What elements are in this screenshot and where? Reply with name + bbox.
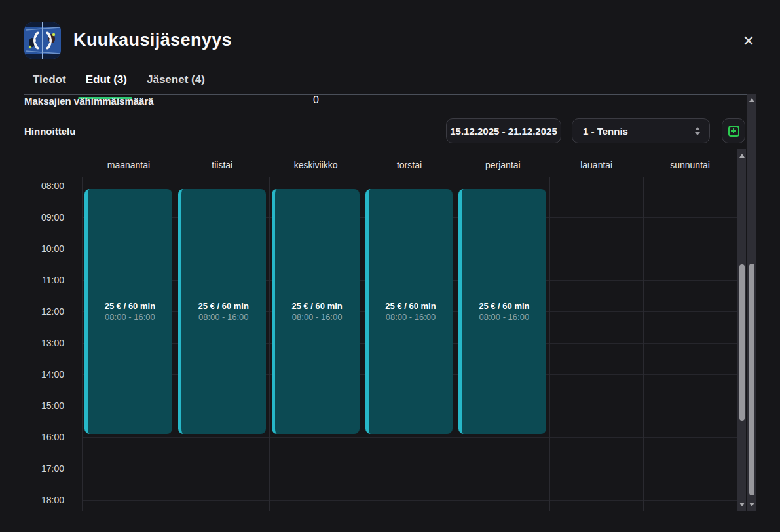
event-price: 25 € / 60 min xyxy=(385,301,436,311)
select-chevron-icon xyxy=(695,127,700,135)
tab-jäsenet-4[interactable]: Jäsenet (4) xyxy=(147,73,205,96)
event-time: 08:00 - 16:00 xyxy=(479,312,530,322)
tab-bar: TiedotEdut (3)Jäsenet (4) xyxy=(33,73,205,96)
membership-modal: Kuukausijäsenyys ✕ TiedotEdut (3)Jäsenet… xyxy=(0,0,780,532)
day-header-maanantai: maanantai xyxy=(82,160,176,170)
column-gridline xyxy=(269,177,270,511)
day-header-sunnuntai: sunnuntai xyxy=(643,160,737,170)
pricing-section-label: Hinnoittelu xyxy=(24,126,75,137)
time-label: 08:00 xyxy=(20,179,64,192)
resource-select-value: 1 - Tennis xyxy=(583,126,695,137)
date-range-button[interactable]: 15.12.2025 - 21.12.2025 xyxy=(446,118,561,143)
outer-scrollbar[interactable] xyxy=(747,94,756,511)
event-time: 08:00 - 16:00 xyxy=(105,312,155,322)
day-header-tiistai: tiistai xyxy=(176,160,269,170)
time-label: 09:00 xyxy=(20,211,64,224)
time-label: 15:00 xyxy=(20,399,64,412)
membership-logo xyxy=(24,22,61,59)
time-label: 16:00 xyxy=(20,431,64,444)
close-icon[interactable]: ✕ xyxy=(737,30,760,52)
pricing-event[interactable]: 25 € / 60 min08:00 - 16:00 xyxy=(458,189,546,434)
scroll-down-arrow-icon[interactable] xyxy=(739,503,745,506)
hour-gridline xyxy=(82,469,737,469)
time-label: 14:00 xyxy=(20,368,64,381)
tabs-divider xyxy=(24,94,756,95)
event-price: 25 € / 60 min xyxy=(479,301,529,311)
column-gridline xyxy=(549,177,550,511)
calendar-scrollbar-thumb[interactable] xyxy=(739,264,745,421)
pricing-event[interactable]: 25 € / 60 min08:00 - 16:00 xyxy=(272,189,360,434)
add-pricing-button[interactable] xyxy=(722,118,745,143)
time-label: 18:00 xyxy=(20,493,64,506)
event-time: 08:00 - 16:00 xyxy=(386,312,436,322)
time-label: 17:00 xyxy=(20,462,64,475)
column-gridline xyxy=(176,177,176,511)
time-label: 12:00 xyxy=(20,305,64,318)
scroll-up-arrow-icon[interactable] xyxy=(739,154,745,158)
hour-gridline xyxy=(82,500,737,501)
square-plus-icon xyxy=(728,126,739,137)
day-header-keskiviikko: keskiviikko xyxy=(269,160,363,170)
page-title: Kuukausijäsenyys xyxy=(73,30,232,50)
padel-court-wreath-icon xyxy=(24,22,61,59)
day-header-lauantai: lauantai xyxy=(549,160,643,170)
day-header-torstai: torstai xyxy=(363,160,456,170)
scroll-down-arrow-icon[interactable] xyxy=(749,503,754,506)
min-payers-value: 0 xyxy=(313,94,319,106)
event-time: 08:00 - 16:00 xyxy=(198,312,249,322)
time-label: 13:00 xyxy=(20,336,64,349)
calendar-scrollbar[interactable] xyxy=(737,149,746,511)
pricing-event[interactable]: 25 € / 60 min08:00 - 16:00 xyxy=(178,189,266,434)
event-time: 08:00 - 16:00 xyxy=(292,312,343,322)
time-label: 11:00 xyxy=(20,274,64,287)
column-gridline xyxy=(82,177,83,511)
column-gridline xyxy=(643,177,644,511)
hour-gridline xyxy=(82,437,737,438)
event-price: 25 € / 60 min xyxy=(291,301,342,311)
tab-tiedot[interactable]: Tiedot xyxy=(33,73,66,96)
tab-edut-3[interactable]: Edut (3) xyxy=(86,73,127,96)
resource-select[interactable]: 1 - Tennis xyxy=(572,118,710,143)
event-price: 25 € / 60 min xyxy=(105,301,155,311)
column-gridline xyxy=(456,177,456,511)
pricing-event[interactable]: 25 € / 60 min08:00 - 16:00 xyxy=(84,189,172,434)
time-label: 10:00 xyxy=(20,242,64,255)
event-price: 25 € / 60 min xyxy=(198,301,249,311)
scroll-up-arrow-icon[interactable] xyxy=(749,98,754,102)
outer-scrollbar-thumb[interactable] xyxy=(749,264,754,495)
pricing-event[interactable]: 25 € / 60 min08:00 - 16:00 xyxy=(365,189,453,434)
min-payers-label: Maksajien vähimmäismäärä xyxy=(24,96,154,107)
column-gridline xyxy=(363,177,363,511)
day-header-perjantai: perjantai xyxy=(456,160,549,170)
hour-gridline xyxy=(82,186,737,186)
